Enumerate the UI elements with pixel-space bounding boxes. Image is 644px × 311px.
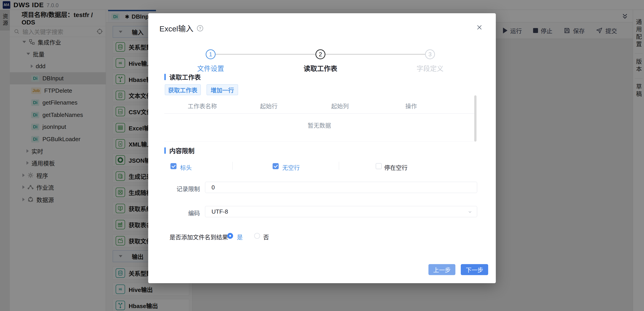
divider (232, 162, 233, 170)
record-limit-value: 0 (212, 184, 215, 191)
no-empty-rows-checkbox-label[interactable]: 无空行 (282, 163, 300, 171)
dws-ide-app: MA DWS IDE 7.0.0 资源 项目名称/数据层：testfr / OD… (0, 0, 644, 311)
add-filename-label: 是否添加文件名到结果 (170, 233, 228, 241)
table-bottom-divider (164, 141, 475, 142)
divider (339, 162, 339, 170)
encoding-label: 编码 (148, 209, 200, 217)
add-row-button[interactable]: 增加一行 (206, 84, 238, 95)
record-limit-input[interactable]: 0 (205, 182, 477, 193)
add-filename-yes-radio[interactable] (227, 233, 233, 239)
svg-text:?: ? (199, 26, 201, 30)
fetch-sheets-button[interactable]: 获取工作表 (165, 84, 201, 95)
step-connector (325, 54, 425, 55)
modal-header: Excel输入 ? (160, 23, 204, 34)
chevron-down-icon (467, 209, 473, 215)
encoding-value: UTF-8 (212, 208, 228, 215)
add-filename-yes-label[interactable]: 是 (237, 233, 243, 241)
previous-step-button[interactable]: 上一步 (428, 264, 456, 275)
close-icon[interactable] (476, 24, 483, 31)
step-3-circle[interactable]: 3 (425, 49, 435, 59)
step-2-label: 读取工作表 (284, 63, 356, 73)
header-checkbox-label[interactable]: 标头 (180, 163, 192, 171)
step-1-circle[interactable]: 1 (206, 49, 216, 59)
step-2-circle[interactable]: 2 (316, 49, 325, 59)
section-read-sheets: 读取工作表 (164, 72, 201, 81)
add-filename-no-label[interactable]: 否 (263, 233, 269, 241)
column-header-actions: 操作 (405, 102, 417, 110)
step-1-label[interactable]: 文件设置 (175, 63, 246, 73)
help-icon[interactable]: ? (196, 25, 204, 32)
stop-on-empty-row-checkbox-label[interactable]: 停在空行 (384, 163, 408, 171)
excel-input-modal: Excel输入 ? 1 2 3 文件设置 读取工作表 字段定义 读取工作表 获取… (148, 13, 496, 283)
header-checkbox[interactable] (170, 163, 176, 169)
column-header-start-row: 起始行 (260, 102, 278, 110)
table-scrollbar[interactable] (474, 95, 476, 142)
encoding-select[interactable]: UTF-8 (205, 206, 477, 217)
modal-title: Excel输入 (160, 23, 193, 34)
table-empty-state: 暂无数据 (286, 121, 353, 129)
add-filename-no-radio[interactable] (254, 233, 260, 239)
column-header-sheet-name: 工作表名称 (188, 102, 217, 110)
column-header-start-col: 起始列 (331, 102, 349, 110)
record-limit-label: 记录限制 (148, 184, 200, 193)
section-content-limits: 内容限制 (164, 146, 194, 155)
no-empty-rows-checkbox[interactable] (272, 163, 279, 169)
step-connector (216, 54, 316, 55)
step-3-label: 字段定义 (394, 63, 466, 73)
stop-on-empty-row-checkbox[interactable] (376, 163, 382, 169)
next-step-button[interactable]: 下一步 (461, 264, 488, 275)
table-header-divider (164, 113, 475, 114)
